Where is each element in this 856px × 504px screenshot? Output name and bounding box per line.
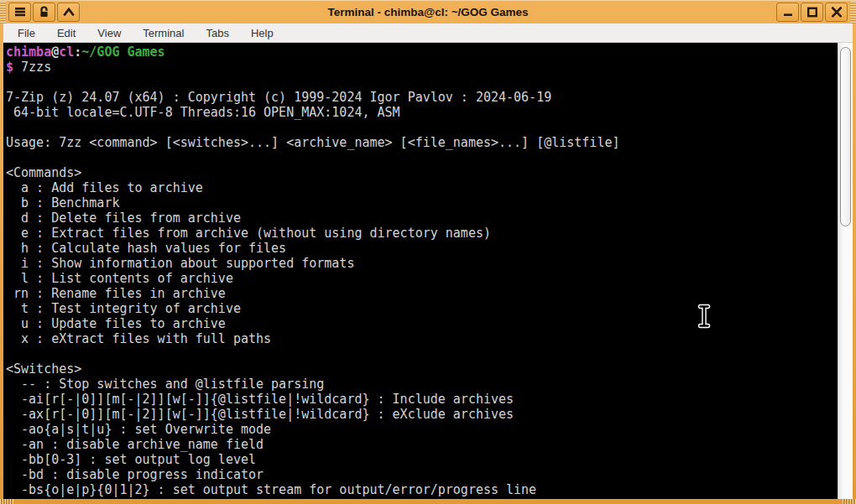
window-title: Terminal - chimba@cl: ~/GOG Games <box>327 6 528 18</box>
bottom-left-resize-grip[interactable] <box>0 499 13 504</box>
titlebar-left-grip[interactable] <box>0 2 6 23</box>
terminal-line: -bb[0-3] : set output log level <box>6 452 838 467</box>
terminal-line: <Commands> <box>6 165 838 180</box>
terminal-line: d : Delete files from archive <box>6 210 838 226</box>
menubar: FileEditViewTerminalTabsHelp <box>3 23 853 43</box>
terminal-segment: 7zzs <box>13 60 51 75</box>
terminal-line: x : eXtract files with full paths <box>6 331 838 346</box>
shade-window-button[interactable] <box>57 3 80 22</box>
terminal-line <box>6 120 838 135</box>
terminal-line: -ax[r[-|0]][m[-|2]][w[-]]{@listfile|!wil… <box>6 407 838 422</box>
terminal-segment: : <box>74 44 81 60</box>
unlock-icon <box>39 6 50 18</box>
scrollbar-track[interactable] <box>838 43 853 499</box>
scrollbar-thumb[interactable] <box>840 47 851 226</box>
terminal-line <box>6 346 838 361</box>
window-menu-button[interactable] <box>8 3 31 22</box>
terminal-line: $ 7zzs <box>6 60 838 75</box>
terminal-line: b : Benchmark <box>6 195 838 210</box>
terminal-line: -bs{o|e|p}{0|1|2} : set output stream fo… <box>6 482 838 497</box>
maximize-button[interactable] <box>801 3 823 22</box>
terminal-segment: $ <box>6 60 13 75</box>
terminal-line: rn : Rename files in archive <box>6 286 838 301</box>
terminal-line: -ai[r[-|0]][m[-|2]][w[-]]{@listfile|!wil… <box>6 392 838 407</box>
maximize-icon <box>806 7 818 18</box>
minimize-icon <box>782 7 794 17</box>
terminal-line: -ao{a|s|t|u} : set Overwrite mode <box>6 422 838 437</box>
terminal-segment: chimba <box>6 44 51 60</box>
menu-item-view[interactable]: View <box>86 23 132 42</box>
terminal-segment: ~/GOG Games <box>81 44 164 60</box>
terminal-line: 7-Zip (z) 24.07 (x64) : Copyright (c) 19… <box>6 90 838 105</box>
terminal-line: -bd : disable progress indicator <box>6 467 838 482</box>
terminal-line: l : List contents of archive <box>6 271 838 286</box>
terminal-line: a : Add files to archive <box>6 180 838 195</box>
terminal-line: u : Update files to archive <box>6 316 838 331</box>
terminal-line <box>6 75 838 90</box>
terminal-segment: @ <box>51 44 59 60</box>
terminal-line: chimba@cl:~/GOG Games <box>6 44 838 60</box>
terminal-window: Terminal - chimba@cl: ~/GOG Games <box>0 0 856 504</box>
stick-window-button[interactable] <box>33 3 55 22</box>
close-button[interactable] <box>825 3 848 22</box>
titlebar[interactable]: Terminal - chimba@cl: ~/GOG Games <box>0 0 856 23</box>
menu-item-edit[interactable]: Edit <box>46 23 86 42</box>
terminal-line: e : Extract files from archive (without … <box>6 226 838 241</box>
terminal-line: i : Show information about supported for… <box>6 256 838 271</box>
minimize-button[interactable] <box>776 3 799 22</box>
menu-item-tabs[interactable]: Tabs <box>195 23 239 42</box>
bottom-right-resize-grip[interactable] <box>843 499 856 504</box>
menu-item-help[interactable]: Help <box>240 23 284 42</box>
menu-item-terminal[interactable]: Terminal <box>132 23 195 42</box>
terminal-line <box>6 150 838 165</box>
terminal-line: -an : disable archive_name field <box>6 437 838 452</box>
terminal-main-area: chimba@cl:~/GOG Games$ 7zzs7-Zip (z) 24.… <box>3 43 853 499</box>
window-menu-icon <box>14 7 26 17</box>
terminal-line: -- : Stop switches and @listfile parsing <box>6 377 838 392</box>
terminal-segment: cl <box>59 44 74 60</box>
shade-up-icon <box>63 8 75 16</box>
terminal-line: 64-bit locale=C.UTF-8 Threads:16 OPEN_MA… <box>6 105 838 120</box>
terminal-line: t : Test integrity of archive <box>6 301 838 316</box>
terminal-line: h : Calculate hash values for files <box>6 241 838 256</box>
terminal-line: Usage: 7zz <command> [<switches>...] <ar… <box>6 135 838 150</box>
menu-item-file[interactable]: File <box>7 23 46 42</box>
titlebar-right-grip[interactable] <box>850 2 856 23</box>
terminal-output[interactable]: chimba@cl:~/GOG Games$ 7zzs7-Zip (z) 24.… <box>3 43 838 499</box>
terminal-line: <Switches> <box>6 361 838 377</box>
close-icon <box>831 7 843 18</box>
